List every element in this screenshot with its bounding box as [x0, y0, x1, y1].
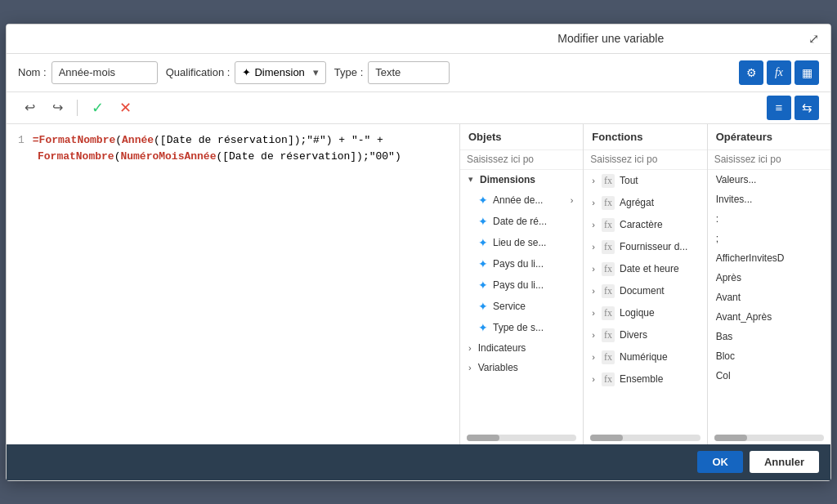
expand-button[interactable]: ⤢: [808, 31, 819, 47]
expand-arrow-icon: ›: [592, 264, 595, 274]
objets-search-input[interactable]: [467, 154, 584, 165]
nom-group: Nom :: [18, 61, 158, 84]
formula-text-cont: FormatNombre(NuméroMoisAnnée([Date de ré…: [38, 150, 401, 163]
item-label: Avant: [716, 292, 741, 303]
swap-button[interactable]: ⇆: [794, 96, 819, 120]
calc-icon-button[interactable]: ▦: [794, 60, 819, 85]
ok-button[interactable]: OK: [697, 451, 743, 473]
dimension-item-icon: ✦: [478, 321, 488, 334]
cancel-button[interactable]: Annuler: [750, 451, 819, 473]
item-label: Bas: [716, 331, 733, 342]
panels-container: Objets 🔍 ▾ Dimensions ✦ Année de... ›: [460, 124, 830, 444]
objets-search: 🔍: [460, 150, 583, 170]
horizontal-scrollbar[interactable]: [714, 435, 824, 441]
fonctions-search: 🔍: [584, 150, 706, 170]
item-label: :: [716, 213, 718, 225]
nom-label: Nom :: [18, 66, 47, 78]
horizontal-scrollbar[interactable]: [590, 435, 700, 441]
scrollbar-thumb: [590, 435, 623, 441]
list-item[interactable]: ▾ Dimensions: [460, 170, 583, 190]
list-item[interactable]: Bloc: [708, 346, 830, 366]
horizontal-scrollbar[interactable]: [467, 435, 576, 441]
objets-panel: Objets 🔍 ▾ Dimensions ✦ Année de... ›: [460, 124, 584, 444]
expand-arrow-icon: ›: [592, 286, 595, 296]
list-item[interactable]: Avant_Après: [708, 307, 830, 327]
list-item[interactable]: Après: [708, 268, 830, 288]
item-label: Logique: [620, 307, 655, 319]
cancel-formula-button[interactable]: ✕: [114, 96, 137, 119]
item-label: Ensemble: [620, 373, 663, 385]
list-view-button[interactable]: ≡: [767, 96, 791, 120]
list-item[interactable]: › fx Fournisseur d...: [584, 236, 706, 258]
expand-arrow-icon: ▾: [468, 174, 473, 185]
item-label: Divers: [620, 329, 647, 341]
scrollbar-thumb: [467, 435, 499, 441]
list-item[interactable]: Col: [708, 366, 830, 386]
fx-icon-button[interactable]: fx: [767, 60, 791, 85]
list-item[interactable]: › fx Numérique: [584, 346, 706, 368]
item-label: Date de ré...: [493, 216, 547, 227]
list-item[interactable]: › Indicateurs: [460, 338, 583, 358]
dimension-item-icon: ✦: [478, 194, 488, 207]
dialog-title: Modifier une variable: [414, 32, 809, 45]
fonctions-panel: Fonctions 🔍 › fx Tout › fx Agrégat: [584, 124, 707, 444]
list-item[interactable]: › fx Ensemble: [584, 368, 706, 390]
list-item[interactable]: AfficherInvitesD: [708, 248, 830, 268]
list-item[interactable]: ✦ Pays du li...: [460, 253, 583, 274]
list-item[interactable]: ;: [708, 229, 830, 248]
list-item[interactable]: › fx Date et heure: [584, 258, 706, 280]
operateurs-list: Valeurs... Invites... : ; AfficherInvite…: [708, 170, 830, 431]
expand-arrow-icon: ›: [592, 198, 595, 207]
type-input[interactable]: [368, 61, 450, 84]
func-icon: fx: [602, 262, 615, 276]
list-item[interactable]: › fx Logique: [584, 302, 706, 324]
expand-arrow-icon: ›: [592, 176, 595, 185]
list-item[interactable]: ✦ Date de ré...: [460, 211, 583, 232]
item-label: Avant_Après: [716, 311, 772, 323]
expand-arrow-icon: ›: [592, 308, 595, 318]
objects-icon-button[interactable]: ⚙: [739, 60, 763, 85]
list-item[interactable]: › fx Caractère: [584, 214, 706, 236]
item-label: Pays du li...: [493, 279, 544, 291]
list-item[interactable]: › fx Document: [584, 280, 706, 302]
confirm-button[interactable]: ✓: [86, 96, 109, 119]
list-item[interactable]: › fx Agrégat: [584, 192, 706, 214]
func-icon: fx: [602, 306, 615, 320]
dimensions-group-label: Dimensions: [480, 174, 535, 185]
item-label: Service: [493, 301, 526, 312]
formula-text: =FormatNombre(Année([Date de réservation…: [33, 132, 383, 149]
list-item[interactable]: Avant: [708, 288, 830, 307]
qualification-select[interactable]: ✦ Dimension ▾: [235, 61, 325, 84]
func-icon: fx: [602, 328, 615, 342]
expand-arrow-icon: ›: [592, 330, 595, 340]
formula-area[interactable]: 1 =FormatNombre(Année([Date de réservati…: [7, 124, 460, 444]
objets-panel-header: Objets: [460, 124, 583, 150]
redo-button[interactable]: ↪: [46, 96, 69, 119]
nom-input[interactable]: [51, 61, 158, 84]
list-item[interactable]: ✦ Année de... ›: [460, 190, 583, 211]
item-label: ;: [716, 233, 718, 244]
list-item[interactable]: Valeurs...: [708, 170, 830, 190]
item-label: Variables: [478, 362, 518, 373]
modify-variable-dialog: Modifier une variable ⤢ Nom : Qualificat…: [6, 24, 831, 481]
fonctions-search-input[interactable]: [590, 154, 707, 165]
list-item[interactable]: Bas: [708, 327, 830, 346]
func-icon: fx: [602, 240, 615, 254]
expand-arrow-icon: ›: [592, 220, 595, 230]
undo-button[interactable]: ↩: [18, 96, 41, 119]
separator: [77, 100, 78, 116]
list-item[interactable]: ✦ Lieu de se...: [460, 232, 583, 253]
list-item[interactable]: ✦ Type de s...: [460, 317, 583, 338]
item-label: Bloc: [716, 350, 735, 362]
list-item[interactable]: Invites...: [708, 190, 830, 209]
operateurs-search: 🔍: [708, 150, 830, 170]
list-item[interactable]: :: [708, 209, 830, 229]
list-item[interactable]: › fx Divers: [584, 324, 706, 346]
operateurs-search-input[interactable]: [714, 154, 830, 165]
list-item[interactable]: › fx Tout: [584, 170, 706, 192]
dimension-item-icon: ✦: [478, 236, 488, 249]
list-item[interactable]: ✦ Pays du li...: [460, 274, 583, 296]
list-item[interactable]: ✦ Service: [460, 296, 583, 317]
func-icon: fx: [602, 284, 615, 298]
list-item[interactable]: › Variables: [460, 358, 583, 377]
